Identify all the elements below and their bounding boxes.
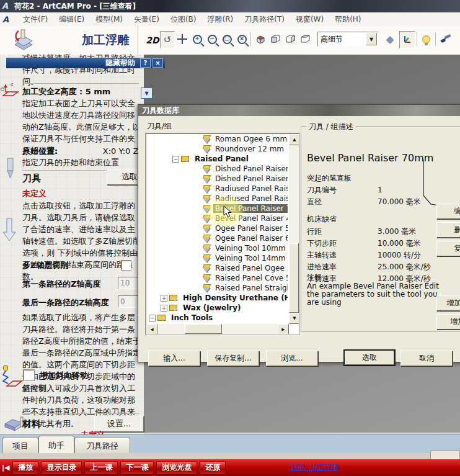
draft-plane-icon[interactable]: ◆ (383, 31, 397, 47)
skip-to-start-icon[interactable]: |◀ (2, 464, 9, 472)
scroll-left-icon[interactable]: ◀ (146, 324, 157, 335)
help-close-button[interactable]: × (153, 58, 163, 68)
axes-toggle-icon[interactable] (399, 31, 415, 48)
tree-item[interactable]: Dished Panel Raiser 32mm (146, 174, 288, 184)
tree-item-label[interactable]: Inch Tools (169, 313, 215, 322)
zoom-extents-icon[interactable]: × (235, 31, 249, 47)
tool-tree-listbox[interactable]: Roman Ogee 6 mm Roundover 12 mm − Raise (146, 133, 299, 335)
browse-button[interactable]: 浏览... (266, 351, 318, 366)
tree-item-label[interactable]: Roundover 12 mm (213, 145, 286, 153)
menu-item[interactable]: 视窗(W) (290, 13, 329, 25)
title-bar[interactable]: A 荷花2 - ArtCAM Pro - [三维查看] (0, 0, 460, 12)
tree-item-label[interactable]: Roman Ogee 6 mm (213, 135, 288, 143)
scroll-right-icon[interactable]: ▶ (278, 324, 289, 335)
tree-item[interactable]: Raised Panel Ogee 50 mm (146, 263, 288, 273)
bottom-tab[interactable]: 刀具路径 (74, 437, 130, 454)
tool-add-button[interactable]: 增加刀具... (436, 295, 460, 311)
expand-toggle-icon[interactable]: − (172, 156, 179, 163)
tree-item-label[interactable]: Raised Panel (193, 155, 250, 163)
menu-item[interactable]: 编辑(E) (53, 13, 90, 25)
tree-item-label[interactable]: Veining Tool 10mm (213, 244, 288, 253)
scroll-down-icon[interactable]: ▼ (289, 313, 299, 324)
tool-action-button[interactable]: 删除... (436, 222, 460, 238)
expand-toggle-icon[interactable]: + (161, 295, 167, 302)
tree-item[interactable]: + Wax (Jewelry) (146, 303, 288, 313)
tree-vertical-scrollbar[interactable]: ▲ ▼ (289, 134, 299, 324)
tree-horizontal-scrollbar[interactable]: ◀ ▶ (146, 324, 289, 334)
paint-icon[interactable] (438, 31, 453, 47)
tree-item[interactable]: Veining Tool 14mm (146, 253, 288, 263)
menu-item[interactable]: 文件(F) (17, 13, 53, 25)
hide-help-label[interactable]: 隐藏帮助 (105, 58, 135, 68)
hscroll-thumb[interactable] (185, 324, 222, 334)
vscroll-thumb[interactable] (289, 243, 299, 313)
select-button[interactable]: 选取 (343, 349, 396, 366)
tree-item[interactable]: Dished Panel Raiser 70mm (146, 164, 288, 174)
light-icon[interactable] (419, 31, 433, 47)
view-along-y-icon[interactable] (283, 31, 297, 47)
tree-item-label[interactable]: Ogee Panel Raiser 67mm (213, 234, 288, 243)
view-2d-button[interactable]: 2D (145, 32, 160, 48)
tool-action-button[interactable]: 编辑... (436, 204, 460, 219)
lesson-link[interactable]: 100. 加工浮雕 (290, 462, 339, 473)
import-button[interactable]: 输入... (148, 351, 200, 366)
tree-item-label[interactable]: Veining Tool 14mm (213, 254, 288, 263)
menu-item[interactable]: 矢量(E) (128, 13, 165, 25)
tutorial-button[interactable]: 浏览光盘 (156, 461, 197, 475)
cancel-button[interactable]: 取消 (400, 351, 453, 366)
menu-item[interactable]: 浮雕(R) (202, 13, 239, 25)
tree-item[interactable]: − Raised Panel (146, 154, 288, 164)
scroll-up-icon[interactable]: ▲ (289, 134, 299, 145)
tree-item-label[interactable]: Raised Panel Cove 50 mm (213, 274, 288, 282)
zoom-out-icon[interactable]: − (205, 31, 219, 47)
menu-item[interactable]: 刀具路径(T) (239, 13, 290, 25)
help-question-button[interactable]: ? (140, 58, 151, 68)
tree-item[interactable]: + High Density Urethane (HDU) (146, 293, 288, 303)
dropdown-arrow-icon[interactable]: ▼ (366, 33, 377, 45)
dialog-title-bar[interactable]: 刀具数据库 (138, 105, 460, 116)
zoom-in-icon[interactable]: + (190, 31, 204, 47)
tree-item[interactable]: Raised Panel Cove 50 mm (146, 273, 288, 283)
tree-item[interactable]: Veining Tool 10mm (146, 243, 288, 253)
tree-item-label[interactable]: High Density Urethane (HDU) (181, 294, 288, 302)
tool-action-button[interactable]: 复制... (436, 241, 460, 256)
view-along-z-icon[interactable] (298, 31, 312, 47)
tree-item[interactable]: Ogee Panel Raiser 67mm (146, 233, 288, 243)
tutorial-button[interactable]: 上一课 (84, 461, 118, 475)
bottom-tab[interactable]: 助手 (38, 436, 74, 454)
tutorial-button[interactable]: 下一课 (120, 461, 154, 475)
bottom-tab[interactable]: 项目 (2, 437, 38, 454)
tree-item[interactable]: Radiused Panel Raiser 50mm (146, 184, 288, 194)
tree-item[interactable]: − Inch Tools (146, 313, 288, 323)
expand-toggle-icon[interactable]: + (161, 305, 167, 312)
menu-item[interactable]: 模型(M) (90, 13, 128, 25)
tree-item[interactable]: Roman Ogee 6 mm (146, 134, 288, 144)
tree-item-label[interactable]: Wax (Jewelry) (181, 303, 242, 312)
rotate-view-icon[interactable]: ↺ (160, 31, 175, 48)
tutorial-button[interactable]: 显示目录 (41, 461, 82, 475)
pan-view-icon[interactable] (175, 31, 189, 47)
tree-item-label[interactable]: Raised Panel Straight 50 mm (213, 284, 288, 292)
tree-item[interactable]: Roundover 12 mm (146, 144, 288, 154)
tutorial-button[interactable]: 还原 (200, 461, 226, 475)
menu-item[interactable]: 位图(B) (165, 13, 202, 25)
tree-item-label[interactable]: Dished Panel Raiser 70mm (213, 164, 288, 173)
tree-item-label[interactable]: Dished Panel Raiser 32mm (213, 174, 288, 183)
iso-view-icon[interactable] (254, 31, 267, 47)
view-along-x-icon[interactable] (268, 31, 282, 47)
zoom-window-icon[interactable]: □ (220, 31, 234, 47)
ramp-checkbox[interactable] (24, 370, 34, 380)
tool-add-button[interactable]: 增加组... (436, 314, 460, 330)
hide-help-bar[interactable]: 隐藏帮助 ? × (6, 58, 165, 68)
safe-z-dropdown-icon[interactable]: ▼ (141, 88, 153, 99)
tree-item-label[interactable]: Raised Panel Ogee 50 mm (213, 264, 288, 272)
detail-level-dropdown[interactable]: 高细节 ▼ (317, 32, 378, 47)
tutorial-button[interactable]: 播放 (12, 461, 38, 475)
document-logo-icon: A (2, 15, 14, 24)
tree-item-label[interactable]: Radiused Panel Raiser 50mm (213, 184, 288, 193)
multi-z-checkbox[interactable] (122, 261, 131, 270)
save-copy-button[interactable]: 保存复制... (207, 351, 259, 366)
menu-item[interactable]: 帮助(H) (329, 13, 366, 25)
tree-item[interactable]: Raised Panel Straight 50 mm (146, 283, 288, 293)
expand-toggle-icon[interactable]: − (149, 315, 156, 321)
